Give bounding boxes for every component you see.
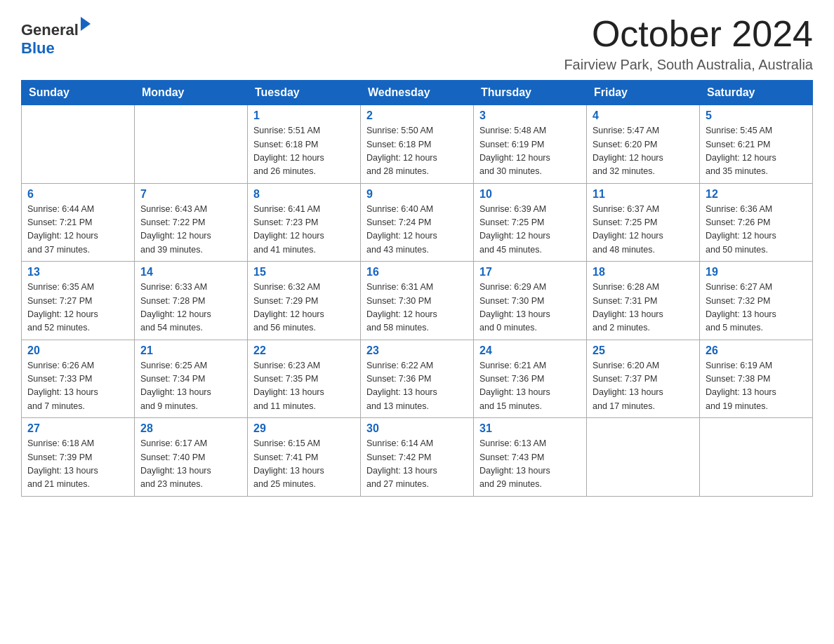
day-info: Sunrise: 6:13 AMSunset: 7:43 PMDaylight:… xyxy=(479,437,581,492)
day-info: Sunrise: 6:27 AMSunset: 7:32 PMDaylight:… xyxy=(706,281,807,335)
day-number: 8 xyxy=(253,188,355,201)
day-info: Sunrise: 6:21 AMSunset: 7:36 PMDaylight:… xyxy=(479,359,581,414)
calendar-cell: 28Sunrise: 6:17 AMSunset: 7:40 PMDayligh… xyxy=(135,418,248,497)
calendar-cell: 12Sunrise: 6:36 AMSunset: 7:26 PMDayligh… xyxy=(700,183,813,262)
day-number: 2 xyxy=(366,109,468,122)
calendar-cell: 6Sunrise: 6:44 AMSunset: 7:21 PMDaylight… xyxy=(22,183,135,262)
day-number: 19 xyxy=(706,266,807,279)
calendar-cell: 25Sunrise: 6:20 AMSunset: 7:37 PMDayligh… xyxy=(587,340,700,418)
day-info: Sunrise: 6:41 AMSunset: 7:23 PMDaylight:… xyxy=(253,203,355,257)
day-info: Sunrise: 6:35 AMSunset: 7:27 PMDaylight:… xyxy=(27,281,128,335)
day-info: Sunrise: 6:26 AMSunset: 7:33 PMDaylight:… xyxy=(27,359,128,414)
day-number: 5 xyxy=(706,109,807,122)
day-number: 10 xyxy=(479,188,581,201)
calendar-cell: 18Sunrise: 6:28 AMSunset: 7:31 PMDayligh… xyxy=(587,262,700,340)
calendar-cell: 30Sunrise: 6:14 AMSunset: 7:42 PMDayligh… xyxy=(361,418,474,497)
day-number: 11 xyxy=(593,188,694,201)
calendar-cell: 21Sunrise: 6:25 AMSunset: 7:34 PMDayligh… xyxy=(135,340,248,418)
day-info: Sunrise: 5:51 AMSunset: 6:18 PMDaylight:… xyxy=(253,124,355,179)
day-info: Sunrise: 5:50 AMSunset: 6:18 PMDaylight:… xyxy=(366,124,468,179)
calendar-cell xyxy=(22,105,135,184)
calendar-cell: 23Sunrise: 6:22 AMSunset: 7:36 PMDayligh… xyxy=(361,340,474,418)
day-number: 17 xyxy=(479,266,581,279)
col-header-sunday: Sunday xyxy=(22,81,135,105)
calendar-cell: 5Sunrise: 5:45 AMSunset: 6:21 PMDaylight… xyxy=(700,105,813,184)
day-number: 31 xyxy=(479,422,581,435)
calendar-week-row: 27Sunrise: 6:18 AMSunset: 7:39 PMDayligh… xyxy=(22,418,813,497)
calendar-cell: 1Sunrise: 5:51 AMSunset: 6:18 PMDaylight… xyxy=(248,105,361,184)
day-info: Sunrise: 6:22 AMSunset: 7:36 PMDaylight:… xyxy=(366,359,468,414)
calendar-week-row: 1Sunrise: 5:51 AMSunset: 6:18 PMDaylight… xyxy=(22,105,813,184)
day-number: 7 xyxy=(140,188,241,201)
day-number: 18 xyxy=(593,266,694,279)
calendar-cell: 19Sunrise: 6:27 AMSunset: 7:32 PMDayligh… xyxy=(700,262,813,340)
day-number: 27 xyxy=(27,422,128,435)
calendar-week-row: 13Sunrise: 6:35 AMSunset: 7:27 PMDayligh… xyxy=(22,262,813,340)
logo-text-general: General xyxy=(21,21,79,39)
calendar-cell: 15Sunrise: 6:32 AMSunset: 7:29 PMDayligh… xyxy=(248,262,361,340)
calendar-week-row: 20Sunrise: 6:26 AMSunset: 7:33 PMDayligh… xyxy=(22,340,813,418)
logo: General Blue xyxy=(21,21,91,58)
day-number: 9 xyxy=(366,188,468,201)
col-header-friday: Friday xyxy=(587,81,700,105)
day-number: 20 xyxy=(27,344,128,357)
location-title: Fairview Park, South Australia, Australi… xyxy=(564,57,813,73)
col-header-wednesday: Wednesday xyxy=(361,81,474,105)
day-number: 15 xyxy=(253,266,355,279)
day-number: 3 xyxy=(479,109,581,122)
title-block: October 2024 Fairview Park, South Austra… xyxy=(564,14,813,73)
calendar-header-row: SundayMondayTuesdayWednesdayThursdayFrid… xyxy=(22,81,813,105)
day-info: Sunrise: 5:47 AMSunset: 6:20 PMDaylight:… xyxy=(593,124,694,179)
col-header-thursday: Thursday xyxy=(474,81,587,105)
day-number: 4 xyxy=(593,109,694,122)
day-number: 1 xyxy=(253,109,355,122)
day-number: 29 xyxy=(253,422,355,435)
day-info: Sunrise: 6:37 AMSunset: 7:25 PMDaylight:… xyxy=(593,203,694,257)
day-info: Sunrise: 5:48 AMSunset: 6:19 PMDaylight:… xyxy=(479,124,581,179)
page-header: General Blue October 2024 Fairview Park,… xyxy=(21,14,813,73)
day-number: 26 xyxy=(706,344,807,357)
logo-triangle-icon xyxy=(81,17,91,31)
day-info: Sunrise: 6:20 AMSunset: 7:37 PMDaylight:… xyxy=(593,359,694,414)
calendar-cell: 14Sunrise: 6:33 AMSunset: 7:28 PMDayligh… xyxy=(135,262,248,340)
calendar-cell: 10Sunrise: 6:39 AMSunset: 7:25 PMDayligh… xyxy=(474,183,587,262)
calendar-cell: 24Sunrise: 6:21 AMSunset: 7:36 PMDayligh… xyxy=(474,340,587,418)
calendar-cell xyxy=(587,418,700,497)
day-info: Sunrise: 6:15 AMSunset: 7:41 PMDaylight:… xyxy=(253,437,355,492)
calendar-cell: 22Sunrise: 6:23 AMSunset: 7:35 PMDayligh… xyxy=(248,340,361,418)
day-number: 22 xyxy=(253,344,355,357)
calendar-cell: 2Sunrise: 5:50 AMSunset: 6:18 PMDaylight… xyxy=(361,105,474,184)
day-info: Sunrise: 6:14 AMSunset: 7:42 PMDaylight:… xyxy=(366,437,468,492)
calendar-cell: 27Sunrise: 6:18 AMSunset: 7:39 PMDayligh… xyxy=(22,418,135,497)
calendar-cell: 4Sunrise: 5:47 AMSunset: 6:20 PMDaylight… xyxy=(587,105,700,184)
calendar-cell: 7Sunrise: 6:43 AMSunset: 7:22 PMDaylight… xyxy=(135,183,248,262)
day-number: 24 xyxy=(479,344,581,357)
day-number: 21 xyxy=(140,344,241,357)
day-info: Sunrise: 6:28 AMSunset: 7:31 PMDaylight:… xyxy=(593,281,694,335)
calendar-cell: 26Sunrise: 6:19 AMSunset: 7:38 PMDayligh… xyxy=(700,340,813,418)
day-info: Sunrise: 6:17 AMSunset: 7:40 PMDaylight:… xyxy=(140,437,241,492)
day-info: Sunrise: 6:19 AMSunset: 7:38 PMDaylight:… xyxy=(706,359,807,414)
day-number: 30 xyxy=(366,422,468,435)
day-number: 16 xyxy=(366,266,468,279)
day-info: Sunrise: 6:39 AMSunset: 7:25 PMDaylight:… xyxy=(479,203,581,257)
calendar-week-row: 6Sunrise: 6:44 AMSunset: 7:21 PMDaylight… xyxy=(22,183,813,262)
day-info: Sunrise: 6:18 AMSunset: 7:39 PMDaylight:… xyxy=(27,437,128,492)
day-info: Sunrise: 6:36 AMSunset: 7:26 PMDaylight:… xyxy=(706,203,807,257)
day-number: 28 xyxy=(140,422,241,435)
calendar-cell xyxy=(135,105,248,184)
calendar-cell: 11Sunrise: 6:37 AMSunset: 7:25 PMDayligh… xyxy=(587,183,700,262)
calendar-cell: 17Sunrise: 6:29 AMSunset: 7:30 PMDayligh… xyxy=(474,262,587,340)
day-info: Sunrise: 6:40 AMSunset: 7:24 PMDaylight:… xyxy=(366,203,468,257)
day-info: Sunrise: 6:29 AMSunset: 7:30 PMDaylight:… xyxy=(479,281,581,335)
calendar-cell: 13Sunrise: 6:35 AMSunset: 7:27 PMDayligh… xyxy=(22,262,135,340)
day-info: Sunrise: 6:32 AMSunset: 7:29 PMDaylight:… xyxy=(253,281,355,335)
month-title: October 2024 xyxy=(564,14,813,54)
day-info: Sunrise: 6:43 AMSunset: 7:22 PMDaylight:… xyxy=(140,203,241,257)
day-number: 25 xyxy=(593,344,694,357)
day-info: Sunrise: 6:31 AMSunset: 7:30 PMDaylight:… xyxy=(366,281,468,335)
calendar-cell: 8Sunrise: 6:41 AMSunset: 7:23 PMDaylight… xyxy=(248,183,361,262)
logo-text-blue: Blue xyxy=(21,39,55,58)
day-info: Sunrise: 6:25 AMSunset: 7:34 PMDaylight:… xyxy=(140,359,241,414)
day-info: Sunrise: 6:23 AMSunset: 7:35 PMDaylight:… xyxy=(253,359,355,414)
